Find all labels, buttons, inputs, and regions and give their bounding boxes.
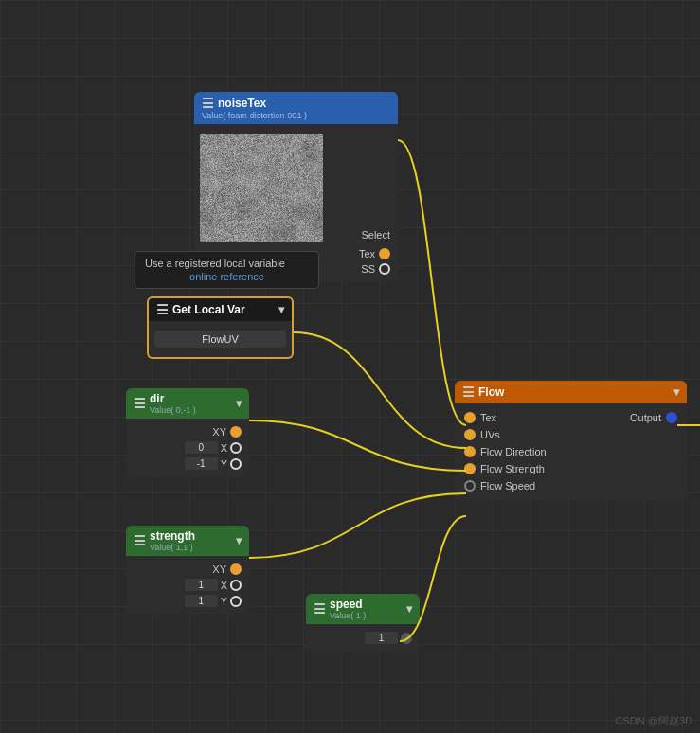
strength-x-input[interactable] [185, 579, 218, 591]
flow-speed-label: Flow Speed [480, 480, 535, 492]
flow-body: Tex Output UVs Flow Direction F [455, 403, 687, 500]
tooltip-box: Use a registered local variable online r… [135, 251, 319, 289]
menu-icon-5: ☰ [314, 601, 326, 617]
watermark: CSDN @阿赵3D [616, 714, 692, 728]
noise-preview [200, 134, 323, 242]
noisetex-header: ☰ noiseTex Value( foam-distortion-001 ) [194, 92, 398, 124]
flow-chevron: ▾ [673, 385, 679, 399]
strength-subtitle: Value( 1,1 ) [150, 543, 195, 552]
speed-value-input[interactable] [365, 632, 398, 644]
select-label: Select [361, 229, 390, 241]
ss-label: SS [361, 263, 375, 275]
flow-direction-socket-in[interactable] [464, 446, 476, 457]
strength-x-socket[interactable] [230, 580, 242, 591]
dir-x-label: X [221, 442, 227, 454]
node-getlocalvar[interactable]: ☰ Get Local Var ▾ FlowUV [147, 296, 294, 359]
dir-y-row: Y [126, 456, 249, 472]
chevron-icon: ▾ [278, 303, 284, 316]
noisetex-title: noiseTex [218, 97, 266, 110]
speed-socket[interactable] [401, 633, 412, 644]
dir-y-socket[interactable] [230, 458, 242, 470]
ss-socket[interactable] [379, 263, 390, 275]
strength-y-label: Y [221, 596, 227, 607]
strength-chevron: ▾ [236, 534, 242, 547]
flow-tex-row: Tex Output [455, 409, 687, 426]
strength-x-row: X [126, 577, 249, 593]
dir-xy-socket[interactable] [230, 426, 242, 438]
noise-canvas [200, 134, 323, 242]
noisetex-subtitle: Value( foam-distortion-001 ) [202, 111, 307, 120]
strength-xy-row: XY [126, 562, 249, 577]
preview-area: Select [194, 134, 398, 242]
flow-strength-row: Flow Strength [455, 460, 687, 477]
node-speed[interactable]: ☰ speed Value( 1 ) ▾ [306, 594, 420, 652]
dir-x-socket[interactable] [230, 442, 242, 454]
flow-title: Flow [478, 385, 504, 399]
flow-uvs-label: UVs [480, 429, 500, 440]
dir-title: dir [150, 392, 196, 405]
speed-value-row [306, 630, 420, 646]
flow-direction-row: Flow Direction [455, 443, 687, 460]
dir-body: XY X Y [126, 419, 249, 477]
strength-x-label: X [221, 580, 227, 591]
tooltip-link[interactable]: online reference [145, 271, 309, 282]
flow-uvs-socket-in[interactable] [464, 429, 476, 440]
menu-icon-4: ☰ [134, 533, 146, 548]
tex-socket[interactable] [379, 248, 390, 259]
flow-speed-socket-in[interactable] [464, 480, 476, 492]
flow-uvs-row: UVs [455, 426, 687, 443]
speed-subtitle: Value( 1 ) [330, 611, 366, 620]
speed-title: speed [330, 598, 366, 611]
speed-header: ☰ speed Value( 1 ) ▾ [306, 594, 420, 624]
menu-icon-2: ☰ [156, 302, 169, 317]
dir-subtitle: Value( 0,-1 ) [150, 405, 196, 415]
dir-header: ☰ dir Value( 0,-1 ) ▾ [126, 388, 249, 419]
dir-x-input[interactable] [185, 441, 218, 454]
flow-output-socket[interactable] [666, 412, 677, 423]
getlocalvar-title: Get Local Var [172, 303, 245, 316]
var-value: FlowUV [154, 331, 286, 348]
flow-strength-label: Flow Strength [480, 463, 545, 474]
strength-header: ☰ strength Value( 1,1 ) ▾ [126, 526, 249, 556]
strength-xy-label: XY [212, 563, 226, 575]
flow-speed-row: Flow Speed [455, 477, 687, 494]
flow-header: ☰ Flow ▾ [455, 381, 687, 403]
dir-xy-label: XY [212, 426, 226, 438]
tex-label: Tex [359, 248, 375, 259]
strength-xy-socket[interactable] [230, 563, 242, 575]
flow-direction-label: Flow Direction [480, 446, 547, 457]
menu-icon-3: ☰ [134, 396, 146, 411]
node-strength[interactable]: ☰ strength Value( 1,1 ) ▾ XY X Y [126, 526, 249, 615]
tooltip-text: Use a registered local variable [145, 258, 285, 269]
flow-tex-socket-in[interactable] [464, 412, 476, 423]
speed-body [306, 624, 420, 652]
dir-x-row: X [126, 439, 249, 456]
flow-strength-socket-in[interactable] [464, 463, 476, 474]
strength-body: XY X Y [126, 556, 249, 615]
strength-title: strength [150, 529, 195, 543]
dir-y-label: Y [221, 458, 227, 470]
strength-y-input[interactable] [185, 595, 218, 607]
flow-tex-label: Tex [480, 412, 496, 423]
getlocalvar-body: FlowUV [147, 321, 294, 359]
menu-icon-6: ☰ [462, 384, 475, 400]
getlocalvar-header: ☰ Get Local Var ▾ [147, 296, 294, 321]
speed-chevron: ▾ [406, 602, 412, 616]
strength-y-row: Y [126, 593, 249, 609]
dir-chevron: ▾ [236, 397, 242, 410]
node-dir[interactable]: ☰ dir Value( 0,-1 ) ▾ XY X Y [126, 388, 249, 477]
strength-y-socket[interactable] [230, 596, 242, 607]
menu-icon: ☰ [202, 96, 214, 111]
dir-xy-row: XY [126, 424, 249, 439]
node-flow[interactable]: ☰ Flow ▾ Tex Output UVs [455, 381, 687, 500]
flow-output-label: Output [630, 412, 661, 423]
dir-y-input[interactable] [185, 457, 218, 470]
